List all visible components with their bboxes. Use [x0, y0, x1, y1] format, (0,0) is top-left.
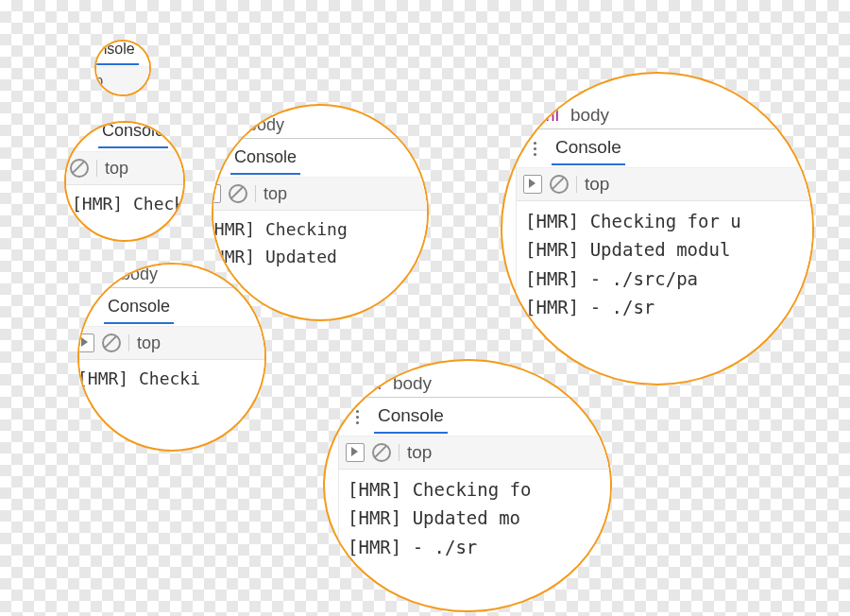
console-toolbar: top [338, 436, 612, 470]
kebab-icon[interactable] [77, 300, 96, 315]
context-selector[interactable]: top [94, 73, 103, 90]
console-toolbar: top [212, 178, 429, 211]
log-line: [HMR] - ./sr [348, 533, 612, 561]
toggle-sidebar-icon[interactable] [346, 443, 365, 462]
tab-console[interactable]: Console [94, 40, 139, 65]
breadcrumb-body[interactable]: body [121, 265, 158, 284]
context-selector[interactable]: top [585, 174, 609, 195]
console-log: [HMR] Checking [HMR] Updated [212, 211, 429, 277]
magnifier-lens: html body Console top [HMR] Checking for… [501, 72, 814, 385]
breadcrumb-html[interactable]: html [212, 115, 236, 135]
devtools-panel: html body Console top [HMR] Checking fo … [338, 370, 612, 567]
log-line: [HMR] Checking for u [525, 207, 814, 235]
log-line: [HMR] Updated modul [525, 235, 814, 264]
context-selector[interactable]: top [105, 159, 128, 179]
kebab-icon[interactable] [348, 410, 366, 424]
separator [128, 334, 129, 351]
tab-console[interactable]: Console [104, 291, 174, 324]
console-toolbar: top [94, 67, 151, 96]
dom-breadcrumbs: html body [338, 370, 612, 398]
log-line: [HMR] - ./sr [525, 293, 814, 321]
tab-console[interactable]: Console [98, 121, 168, 148]
dom-breadcrumbs: html body [212, 111, 429, 139]
context-selector[interactable]: top [137, 334, 161, 353]
context-selector[interactable]: top [264, 184, 287, 204]
log-line: [HMR] - ./src/pa [525, 265, 814, 293]
context-selector[interactable]: top [407, 442, 432, 463]
breadcrumb-html[interactable]: html [348, 373, 382, 394]
log-line: [HMR] Checki [72, 191, 185, 218]
clear-console-icon[interactable] [229, 184, 247, 203]
log-line: [HMR] Checking [212, 216, 429, 244]
devtools-tabbar: Console [94, 40, 151, 67]
kebab-icon[interactable] [212, 151, 223, 165]
tab-console[interactable]: Console [230, 142, 300, 175]
breadcrumb-body[interactable]: body [247, 115, 284, 135]
devtools-panel: html body Console top [HMR] Checking [HM… [212, 111, 429, 277]
devtools-panel: html body Console top [HMR] Checking for… [516, 102, 814, 328]
separator [576, 176, 577, 193]
devtools-tabbar: Console [338, 398, 612, 436]
console-log: [HMR] Checking fo [HMR] Updated mo [HMR]… [338, 470, 612, 567]
clear-console-icon[interactable] [372, 443, 391, 462]
clear-console-icon[interactable] [102, 334, 121, 352]
dom-breadcrumbs: html body [516, 102, 814, 129]
console-toolbar: top [64, 152, 185, 185]
breadcrumb-body[interactable]: body [570, 105, 609, 126]
separator [255, 185, 256, 202]
tab-console[interactable]: Console [552, 131, 625, 165]
log-line: [HMR] Updated [212, 244, 429, 271]
log-line: [HMR] Updated mo [348, 504, 612, 532]
devtools-tabbar: Console [212, 139, 429, 178]
tab-console[interactable]: Console [374, 400, 448, 434]
console-log: [HMR] Checki [77, 360, 266, 399]
devtools-panel: Console top [94, 40, 151, 96]
console-log: [HMR] Checking for u [HMR] Updated modul… [516, 201, 814, 328]
magnifier-lens: html body Console top [HMR] Checking [HM… [212, 104, 429, 321]
magnifier-lens: Console top [94, 40, 151, 96]
toggle-sidebar-icon[interactable] [212, 184, 221, 203]
devtools-panel: Console top [HMR] Checki [64, 121, 185, 224]
kebab-icon[interactable] [525, 142, 544, 156]
toggle-sidebar-icon[interactable] [77, 334, 94, 352]
devtools-tabbar: Console [516, 129, 814, 168]
magnifier-lens: html body Console top [HMR] Checking fo … [323, 359, 612, 612]
kebab-icon[interactable] [72, 125, 91, 139]
console-toolbar: top [77, 327, 266, 360]
magnifier-lens: html body Console top [HMR] Checki [77, 263, 266, 452]
breadcrumb-html[interactable]: html [525, 105, 559, 126]
magnifier-lens: Console top [HMR] Checki [64, 121, 185, 242]
log-line: [HMR] Checking fo [348, 475, 612, 504]
console-toolbar: top [516, 168, 814, 201]
breadcrumb-body[interactable]: body [393, 373, 432, 394]
console-log: [HMR] Checki [64, 185, 185, 224]
devtools-tabbar: Console [77, 288, 266, 327]
toggle-sidebar-icon[interactable] [523, 175, 542, 194]
devtools-tabbar: Console [64, 121, 185, 152]
separator [399, 444, 400, 461]
clear-console-icon[interactable] [550, 175, 569, 194]
separator [96, 160, 97, 177]
clear-console-icon[interactable] [70, 159, 89, 178]
log-line: [HMR] Checki [77, 366, 266, 393]
